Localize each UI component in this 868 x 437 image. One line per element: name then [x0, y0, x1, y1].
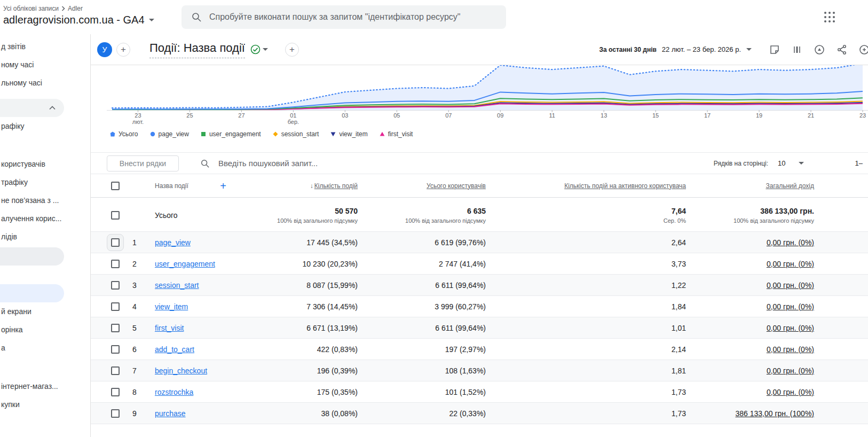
legend-label: first_visit — [388, 130, 413, 138]
edit-rows-button[interactable]: Внести рядки — [107, 155, 179, 171]
totals-checkbox[interactable] — [111, 211, 120, 220]
event-name-link[interactable]: add_to_cart — [155, 345, 194, 354]
date-range-picker[interactable]: 22 лют. – 23 бер. 2026 р. — [662, 45, 741, 53]
add-column-icon[interactable]: + — [220, 181, 226, 191]
line-chart[interactable]: 23лют.252701бер.0305070911131517192123 — [107, 65, 868, 125]
table-search-icon — [200, 159, 210, 168]
sidebar-item[interactable]: лідів — [0, 228, 90, 246]
global-search[interactable]: Спробуйте виконати пошук за запитом "іде… — [182, 5, 506, 29]
cell-total-revenue[interactable]: 0,00 грн. (0%) — [767, 345, 814, 354]
cell-total-revenue[interactable]: 0,00 грн. (0%) — [767, 302, 814, 311]
legend-item[interactable]: Усього — [110, 130, 138, 138]
breadcrumb-current[interactable]: Adler — [68, 5, 83, 12]
comparison-bars-icon[interactable] — [791, 44, 803, 56]
event-name-link[interactable]: view_item — [155, 302, 188, 311]
row-checkbox[interactable] — [111, 388, 120, 396]
row-checkbox[interactable] — [111, 409, 120, 418]
sidebar-item[interactable]: трафіку — [0, 173, 90, 191]
table-search[interactable]: Введіть пошуковий запит... — [200, 159, 714, 168]
sidebar-item[interactable] — [0, 247, 64, 266]
column-header-total-revenue[interactable]: Загальний дохід — [766, 182, 814, 190]
event-name-link[interactable]: rozstrochka — [155, 388, 193, 396]
apps-grid-icon[interactable] — [824, 12, 835, 22]
notes-icon[interactable] — [769, 44, 780, 56]
cell-total-revenue[interactable]: 0,00 грн. (0%) — [767, 260, 814, 268]
cell-event-count: 422 (0,83%) — [317, 345, 358, 354]
edit-report-icon[interactable] — [858, 44, 868, 56]
sidebar-item[interactable]: користувачів — [0, 155, 90, 173]
cell-total-users: 2 747 (41,4%) — [439, 260, 486, 268]
event-name-link[interactable]: first_visit — [155, 324, 184, 332]
row-checkbox[interactable] — [111, 238, 120, 247]
legend-item[interactable]: page_view — [150, 130, 189, 138]
totals-label: Усього — [146, 211, 230, 220]
cell-total-revenue[interactable]: 386 133,00 грн. (100%) — [736, 409, 815, 418]
event-name-link[interactable]: user_engagement — [155, 260, 215, 268]
legend-item[interactable]: user_engagement — [201, 130, 261, 138]
legend-item[interactable]: session_start — [273, 130, 319, 138]
account-switcher[interactable]: Усі облікові записи Adler adleragrovisio… — [3, 5, 154, 26]
cell-total-revenue[interactable]: 0,00 грн. (0%) — [767, 281, 814, 290]
event-name-link[interactable]: page_view — [155, 238, 191, 247]
sidebar-item[interactable]: рафіку — [0, 117, 90, 135]
table-search-placeholder: Введіть пошуковий запит... — [218, 159, 318, 168]
legend-item[interactable]: first_visit — [380, 130, 413, 138]
table-body: 1 page_view 17 445 (34,5%) 6 619 (99,76%… — [91, 232, 868, 424]
column-header-event-count[interactable]: ↓Кількість подій — [310, 182, 358, 190]
event-name-link[interactable]: session_start — [155, 281, 199, 290]
row-checkbox[interactable] — [111, 260, 120, 268]
top-bar: Усі облікові записи Adler adleragrovisio… — [0, 0, 868, 34]
sidebar-item[interactable]: інтернет-магаз... — [0, 377, 90, 395]
property-caret-icon[interactable] — [149, 19, 154, 21]
segment-avatar[interactable]: У — [97, 42, 112, 57]
totals-per-user: 7,64 — [664, 207, 686, 215]
cell-total-revenue[interactable]: 0,00 грн. (0%) — [767, 366, 814, 375]
totals-event-count-sub: 100% від загального підсумку — [277, 217, 358, 224]
row-checkbox[interactable] — [111, 324, 120, 332]
add-comparison-button[interactable]: + — [116, 43, 130, 57]
rows-per-page-caret-icon[interactable] — [799, 162, 804, 165]
row-checkbox[interactable] — [111, 281, 120, 290]
insights-icon[interactable] — [814, 44, 825, 56]
svg-text:25: 25 — [186, 112, 193, 119]
legend-marker-circle-icon — [150, 131, 155, 137]
column-header-events-per-user[interactable]: Кількість подій на активного користувача — [564, 182, 686, 190]
report-title[interactable]: Події: Назва події — [149, 41, 245, 58]
rows-per-page-value[interactable]: 10 — [778, 159, 785, 167]
row-checkbox[interactable] — [111, 345, 120, 354]
cell-event-count: 7 306 (14,45%) — [306, 302, 358, 311]
svg-text:01: 01 — [290, 112, 296, 119]
date-caret-icon[interactable] — [746, 48, 752, 51]
row-checkbox[interactable] — [111, 366, 120, 375]
add-secondary-dimension-button[interactable]: + — [285, 43, 299, 57]
sidebar-item[interactable]: льному часі — [0, 74, 90, 92]
row-checkbox[interactable] — [111, 302, 120, 311]
chart-legend: Усьогоpage_viewuser_engagementsession_st… — [110, 130, 868, 138]
sidebar-item[interactable]: алучення корис... — [0, 209, 90, 228]
cell-total-revenue[interactable]: 0,00 грн. (0%) — [767, 388, 814, 396]
sidebar-item[interactable]: й екрани — [0, 302, 90, 321]
sidebar-item[interactable]: ному часі — [0, 56, 90, 74]
dimension-status-badge[interactable] — [250, 44, 268, 54]
sidebar-item[interactable]: д звітів — [0, 37, 90, 56]
sidebar-item[interactable]: орінка — [0, 321, 90, 339]
svg-text:15: 15 — [652, 112, 659, 119]
breadcrumb-root[interactable]: Усі облікові записи — [3, 5, 59, 12]
legend-item[interactable]: view_item — [330, 130, 367, 138]
table-toolbar: Внести рядки Введіть пошуковий запит... … — [91, 153, 868, 174]
cell-total-revenue[interactable]: 0,00 грн. (0%) — [767, 324, 814, 332]
sidebar-item[interactable] — [0, 99, 64, 117]
sidebar-item[interactable]: не пов’язана з ... — [0, 191, 90, 209]
event-name-link[interactable]: begin_checkout — [155, 366, 207, 375]
cell-total-users: 3 999 (60,27%) — [435, 302, 486, 311]
cell-total-revenue[interactable]: 0,00 грн. (0%) — [767, 238, 814, 247]
cell-events-per-user: 3,73 — [672, 260, 686, 268]
event-name-link[interactable]: purchase — [155, 409, 186, 418]
select-all-checkbox[interactable] — [111, 182, 120, 190]
column-header-total-users[interactable]: Усього користувачів — [427, 182, 486, 190]
sidebar-item[interactable]: купки — [0, 395, 90, 413]
sidebar-item[interactable] — [0, 284, 64, 302]
share-icon[interactable] — [836, 44, 848, 56]
sidebar-item[interactable]: а — [0, 339, 90, 357]
totals-per-user-sub: Сер. 0% — [664, 217, 686, 224]
